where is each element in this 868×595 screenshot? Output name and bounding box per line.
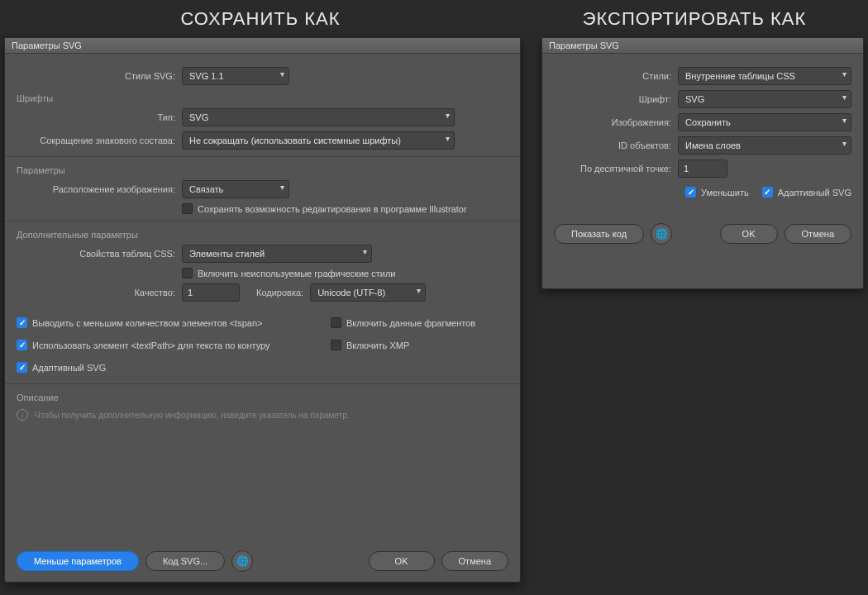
globe-icon-r[interactable]: 🌐 bbox=[651, 223, 672, 245]
styles-label-r: Стили: bbox=[554, 71, 678, 81]
preserve-editing-label: Сохранять возможность редактирования в п… bbox=[198, 204, 467, 214]
show-code-button-r[interactable]: Показать код bbox=[554, 224, 644, 244]
header-save-as: СОХРАНИТЬ КАК bbox=[0, 8, 521, 30]
decimal-input-r[interactable] bbox=[678, 159, 727, 178]
font-label-r: Шрифт: bbox=[554, 94, 678, 104]
encoding-select[interactable]: Unicode (UTF-8) bbox=[310, 283, 426, 302]
svg-styles-label: Стили SVG: bbox=[17, 71, 182, 81]
css-props-select[interactable]: Элементы стилей bbox=[182, 245, 372, 263]
globe-icon[interactable]: 🌐 bbox=[231, 550, 253, 572]
include-xmp-checkbox[interactable] bbox=[331, 340, 341, 350]
dialog-title-right: Параметры SVG bbox=[542, 38, 863, 54]
advanced-section: Дополнительные параметры bbox=[17, 230, 508, 240]
cancel-button[interactable]: Отмена bbox=[441, 551, 508, 571]
font-type-label: Тип: bbox=[17, 112, 182, 122]
object-ids-label-r: ID объектов: bbox=[554, 140, 678, 150]
ok-button-r[interactable]: OK bbox=[720, 224, 778, 244]
use-textpath-label: Использовать элемент <textPath> для текс… bbox=[32, 340, 270, 350]
adaptive-svg-label-left: Адаптивный SVG bbox=[32, 363, 106, 373]
subset-label: Сокращение знакового состава: bbox=[17, 136, 182, 145]
info-icon: i bbox=[17, 409, 28, 421]
use-textpath-checkbox[interactable] bbox=[17, 340, 27, 350]
export-as-dialog: Параметры SVG Стили: Внутренние таблицы … bbox=[541, 37, 864, 289]
image-location-select[interactable]: Связать bbox=[182, 180, 289, 198]
header-export-as: ЭКСПОРТИРОВАТЬ КАК bbox=[521, 8, 868, 30]
fewer-params-button[interactable]: Меньше параметров bbox=[17, 551, 139, 571]
quality-input[interactable] bbox=[182, 283, 240, 302]
include-unused-label: Включить неиспользуемые графические стил… bbox=[198, 269, 395, 278]
include-xmp-label: Включить XMP bbox=[346, 340, 409, 350]
object-ids-select-r[interactable]: Имена слоев bbox=[678, 136, 851, 155]
styles-select-r[interactable]: Внутренние таблицы CSS bbox=[678, 67, 851, 85]
minify-checkbox-r[interactable] bbox=[685, 187, 696, 198]
fewer-tspan-checkbox[interactable] bbox=[17, 317, 27, 328]
css-props-label: Свойства таблиц CSS: bbox=[17, 249, 182, 259]
decimal-label-r: По десятичной точке: bbox=[554, 164, 678, 174]
ok-button[interactable]: OK bbox=[369, 551, 435, 571]
preserve-editing-checkbox[interactable] bbox=[182, 203, 193, 214]
description-section: Описание bbox=[17, 393, 508, 402]
include-fragments-label: Включить данные фрагментов bbox=[346, 318, 475, 328]
svg-code-button[interactable]: Код SVG... bbox=[145, 551, 225, 571]
params-section: Параметры bbox=[17, 165, 508, 175]
adaptive-svg-checkbox-left[interactable] bbox=[17, 362, 27, 373]
font-type-select[interactable]: SVG bbox=[182, 108, 455, 126]
font-select-r[interactable]: SVG bbox=[678, 90, 851, 108]
cancel-button-r[interactable]: Отмена bbox=[785, 224, 851, 244]
images-select-r[interactable]: Сохранить bbox=[678, 113, 851, 131]
adaptive-checkbox-r[interactable] bbox=[762, 187, 773, 198]
fewer-tspan-label: Выводить с меньшим количеством элементов… bbox=[32, 318, 262, 328]
minify-label-r: Уменьшить bbox=[701, 188, 749, 198]
quality-label: Качество: bbox=[17, 288, 182, 298]
images-label-r: Изображения: bbox=[554, 117, 678, 127]
fonts-section: Шрифты bbox=[17, 93, 508, 103]
include-fragments-checkbox[interactable] bbox=[331, 317, 341, 328]
adaptive-label-r: Адаптивный SVG bbox=[778, 188, 851, 198]
save-as-dialog: Параметры SVG Стили SVG: SVG 1.1 Шрифты … bbox=[4, 37, 521, 583]
description-text: Чтобы получить дополнительную информацию… bbox=[35, 411, 350, 420]
dialog-title: Параметры SVG bbox=[5, 38, 520, 54]
svg-styles-select[interactable]: SVG 1.1 bbox=[182, 67, 289, 85]
include-unused-checkbox[interactable] bbox=[182, 268, 193, 278]
subset-select[interactable]: Не сокращать (использовать системные шри… bbox=[182, 131, 455, 150]
encoding-label: Кодировка: bbox=[240, 288, 310, 298]
image-location-label: Расположение изображения: bbox=[17, 184, 182, 194]
